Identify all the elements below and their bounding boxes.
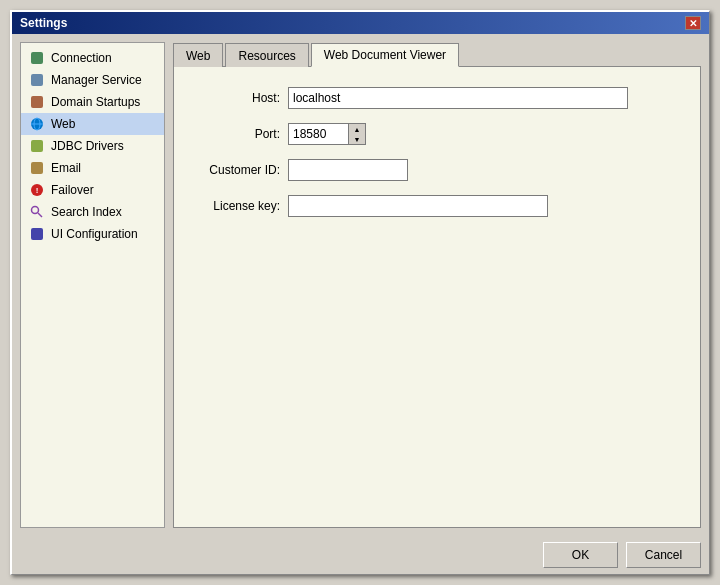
failover-icon: ! (29, 182, 45, 198)
main-content: WebResourcesWeb Document Viewer Host: Po… (173, 42, 701, 528)
sidebar: ConnectionManager ServiceDomain Startups… (20, 42, 165, 528)
host-row: Host: (190, 87, 684, 109)
sidebar-item-label-failover: Failover (51, 183, 94, 197)
cancel-button[interactable]: Cancel (626, 542, 701, 568)
port-spin-down[interactable]: ▼ (349, 134, 365, 144)
svg-rect-1 (31, 74, 43, 86)
web-icon (29, 116, 45, 132)
port-input-wrap: ▲ ▼ (288, 123, 366, 145)
sidebar-item-label-search-index: Search Index (51, 205, 122, 219)
tab-content: Host: Port: ▲ ▼ Customer ID: (173, 66, 701, 528)
sidebar-item-search-index[interactable]: Search Index (21, 201, 164, 223)
domain-icon (29, 94, 45, 110)
sidebar-item-label-manager-service: Manager Service (51, 73, 142, 87)
host-input[interactable] (288, 87, 628, 109)
manager-icon (29, 72, 45, 88)
port-spin-up[interactable]: ▲ (349, 124, 365, 134)
license-key-input[interactable] (288, 195, 548, 217)
close-button[interactable]: ✕ (685, 16, 701, 30)
svg-rect-0 (31, 52, 43, 64)
sidebar-item-web[interactable]: Web (21, 113, 164, 135)
tab-resources[interactable]: Resources (225, 43, 308, 67)
sidebar-item-label-web: Web (51, 117, 75, 131)
bottom-bar: OK Cancel (12, 536, 709, 574)
port-row: Port: ▲ ▼ (190, 123, 684, 145)
sidebar-item-email[interactable]: Email (21, 157, 164, 179)
customer-id-label: Customer ID: (190, 163, 280, 177)
svg-line-11 (38, 213, 42, 217)
jdbc-icon (29, 138, 45, 154)
sidebar-item-manager-service[interactable]: Manager Service (21, 69, 164, 91)
license-key-label: License key: (190, 199, 280, 213)
title-bar: Settings ✕ (12, 12, 709, 34)
sidebar-item-label-ui-configuration: UI Configuration (51, 227, 138, 241)
port-spinner: ▲ ▼ (348, 123, 366, 145)
host-label: Host: (190, 91, 280, 105)
port-input[interactable] (288, 123, 348, 145)
window-body: ConnectionManager ServiceDomain Startups… (12, 34, 709, 536)
svg-rect-12 (31, 228, 43, 240)
sidebar-item-connection[interactable]: Connection (21, 47, 164, 69)
window-title: Settings (20, 16, 67, 30)
connection-icon (29, 50, 45, 66)
ui-icon (29, 226, 45, 242)
sidebar-item-domain-startups[interactable]: Domain Startups (21, 91, 164, 113)
sidebar-item-ui-configuration[interactable]: UI Configuration (21, 223, 164, 245)
customer-id-input[interactable] (288, 159, 408, 181)
svg-rect-7 (31, 162, 43, 174)
svg-text:!: ! (36, 186, 39, 195)
ok-button[interactable]: OK (543, 542, 618, 568)
sidebar-item-jdbc-drivers[interactable]: JDBC Drivers (21, 135, 164, 157)
svg-point-10 (32, 207, 39, 214)
customer-id-row: Customer ID: (190, 159, 684, 181)
tab-web[interactable]: Web (173, 43, 223, 67)
svg-rect-6 (31, 140, 43, 152)
sidebar-item-failover[interactable]: !Failover (21, 179, 164, 201)
sidebar-item-label-domain-startups: Domain Startups (51, 95, 140, 109)
tab-bar: WebResourcesWeb Document Viewer (173, 42, 701, 66)
sidebar-item-label-email: Email (51, 161, 81, 175)
settings-window: Settings ✕ ConnectionManager ServiceDoma… (10, 10, 710, 575)
port-label: Port: (190, 127, 280, 141)
email-icon (29, 160, 45, 176)
sidebar-item-label-connection: Connection (51, 51, 112, 65)
license-key-row: License key: (190, 195, 684, 217)
sidebar-item-label-jdbc-drivers: JDBC Drivers (51, 139, 124, 153)
svg-rect-2 (31, 96, 43, 108)
search-icon (29, 204, 45, 220)
tab-web-document-viewer[interactable]: Web Document Viewer (311, 43, 459, 67)
